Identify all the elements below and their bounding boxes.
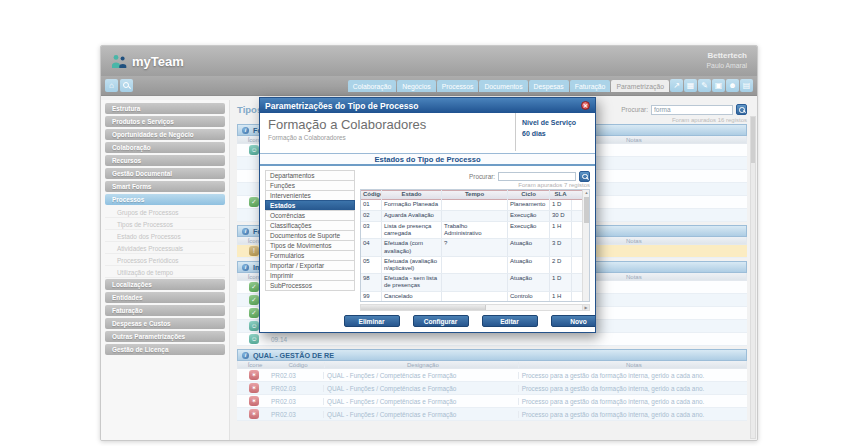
modal-title: Parametrizações do Tipo de Processo (265, 101, 418, 111)
scrollbar-thumb[interactable] (751, 117, 755, 163)
cell (441, 200, 507, 210)
estado-row[interactable]: 98Efetuada - sem lista de presençasAtuaç… (361, 274, 582, 291)
scrollbar-thumb[interactable] (361, 305, 486, 310)
sidebar-item-utiliza-o-de-tempo[interactable]: Utilização de tempo (105, 267, 225, 278)
estado-row[interactable]: 02Aguarda AvaliaçãoExecução30 D (361, 211, 582, 222)
cell-extra (571, 257, 582, 273)
process-icon: ! (249, 246, 259, 256)
table-row[interactable]: ✶PR02.03QUAL - Funções / Competências e … (237, 369, 747, 382)
sidebar-item-gest-o-de-licen-a[interactable]: Gestão de Licença (105, 344, 225, 355)
modal-title-bar[interactable]: Parametrizações do Tipo de Processo ✕ (260, 98, 595, 113)
row-designacao: QUAL - Funções / Competências e Formação (323, 398, 518, 405)
configurar-button[interactable]: Configurar (413, 315, 469, 327)
table-horizontal-scrollbar[interactable]: ▶ (360, 304, 590, 311)
table-row[interactable]: ✶PR02.03QUAL - Funções / Competências e … (237, 395, 747, 408)
info-icon: i (242, 264, 249, 271)
menu-item-subprocessos[interactable]: SubProcessos (265, 280, 355, 291)
process-type-section: iQUAL - GESTÃO DE REÍconeCódigoDesignaçã… (237, 349, 747, 421)
sidebar-item-entidades[interactable]: Entidades (105, 292, 225, 303)
trash-button[interactable]: ▤ (740, 79, 753, 92)
company-name: Bettertech (707, 51, 747, 61)
modal-search-go-button[interactable] (579, 171, 590, 182)
modal-buttons: EliminarConfigurarEditarNovo (360, 311, 590, 330)
estado-row[interactable]: 04Efetuada (com avaliação)?Atuação3 D (361, 239, 582, 256)
table-row[interactable]: ✶PR02.03QUAL - Funções / Competências e … (237, 408, 747, 421)
estado-row[interactable]: 03Lista de presença carregadaTrabalho Ad… (361, 222, 582, 239)
sidebar-item-processos-peri-dicos[interactable]: Processos Periódicos (105, 255, 225, 266)
sidebar-item-recursos[interactable]: Recursos (105, 155, 225, 166)
modal-search-input[interactable] (498, 172, 576, 181)
sidebar-item-estrutura[interactable]: Estrutura (105, 103, 225, 114)
tab-parametrização[interactable]: Parametrização (611, 80, 669, 92)
close-icon[interactable]: ✕ (581, 101, 590, 110)
process-icon: ✶ (249, 409, 259, 419)
account-info: Bettertech Paulo Amaral (707, 51, 747, 70)
cell: Cancelado (381, 292, 441, 302)
column-header-extra (571, 194, 582, 196)
sidebar-item-grupos-de-processos[interactable]: Grupos de Processos (105, 207, 225, 218)
calendar-button[interactable]: ▦ (684, 79, 697, 92)
section-title: QUAL - GESTÃO DE RE (253, 351, 334, 360)
tab-faturação[interactable]: Faturação (570, 80, 611, 92)
search-icon (122, 81, 131, 90)
modal-header: Formação a Colaboradores Formação a Cola… (260, 113, 595, 151)
search-button[interactable] (120, 79, 133, 92)
search-go-button[interactable] (736, 104, 747, 115)
main-vertical-scrollbar[interactable] (750, 116, 756, 439)
sidebar-item-colabora-o[interactable]: Colaboração (105, 142, 225, 153)
cell: 04 (361, 239, 381, 255)
user-button[interactable]: ☻ (726, 79, 739, 92)
tab-despesas[interactable]: Despesas (529, 80, 569, 92)
tab-documentos[interactable]: Documentos (479, 80, 527, 92)
sidebar-item-gest-o-documental[interactable]: Gestão Documental (105, 168, 225, 179)
page-search: Procurar: (621, 104, 747, 115)
cell: Aguarda Avaliação (381, 211, 441, 221)
table-row[interactable]: ✶PR02.03QUAL - Funções / Competências e … (237, 382, 747, 395)
cell: 1 D (549, 200, 571, 210)
estado-row[interactable]: 99CanceladoControlo1 H (361, 292, 582, 303)
section-header[interactable]: iQUAL - GESTÃO DE RE (237, 349, 747, 361)
table-vertical-scrollbar[interactable] (582, 190, 589, 301)
cell: 03 (361, 222, 381, 238)
editar-button[interactable]: Editar (482, 315, 538, 327)
sidebar-item-produtos-e-servi-os[interactable]: Produtos e Serviços (105, 116, 225, 127)
sidebar-item-outras-parametriza-es[interactable]: Outras Parametrizações (105, 331, 225, 342)
sidebar-item-fatura-o[interactable]: Faturação (105, 305, 225, 316)
sidebar-item-atividades-processuais[interactable]: Atividades Processuais (105, 243, 225, 254)
sidebar-item-oportunidades-de-neg-cio[interactable]: Oportunidades de Negócio (105, 129, 225, 140)
scrollbar-thumb[interactable] (584, 197, 589, 223)
user-name[interactable]: Paulo Amaral (707, 62, 747, 71)
sidebar-item-tipos-de-processos[interactable]: Tipos de Processos (105, 219, 225, 230)
sidebar-item-despesas-e-custos[interactable]: Despesas e Custos (105, 318, 225, 329)
sidebar-item-localiza-es[interactable]: Localizações (105, 279, 225, 290)
table-column-headers: ÍconeCódigoDesignaçãoNotas (237, 361, 747, 369)
tab-processos[interactable]: Processos (437, 80, 479, 92)
cell: 3 D (549, 239, 571, 255)
modal-search: Procurar: (360, 170, 590, 182)
cell: 1 D (549, 274, 571, 290)
eliminar-button[interactable]: Eliminar (344, 315, 400, 327)
cell: 30 D (549, 211, 571, 221)
table-row[interactable]: ☺09.14 (237, 333, 747, 346)
sidebar-item-processos[interactable]: Processos (105, 194, 225, 205)
novo-button[interactable]: Novo (551, 315, 596, 327)
tab-negócios[interactable]: Negócios (397, 80, 435, 92)
search-label: Procurar: (621, 106, 648, 113)
share-button[interactable]: ↗ (670, 79, 683, 92)
process-icon: ✓ (249, 282, 259, 292)
estado-row[interactable]: 05Efetuada (avaliação n/aplicável)Atuaçã… (361, 257, 582, 274)
cell: Atuação (507, 257, 549, 273)
cell: 98 (361, 274, 381, 290)
column-header-codigo: Código (272, 362, 324, 368)
sidebar-item-estado-dos-processos[interactable]: Estado dos Processos (105, 231, 225, 242)
estado-row[interactable]: 01Formação PlaneadaPlaneamento1 D (361, 200, 582, 211)
folder-button[interactable]: ▣ (712, 79, 725, 92)
sidebar-item-smart-forms[interactable]: Smart Forms (105, 181, 225, 192)
process-icon: ✓ (249, 197, 259, 207)
search-input[interactable] (651, 105, 733, 115)
home-button[interactable]: ⌂ (105, 79, 118, 92)
attachment-button[interactable]: ✎ (698, 79, 711, 92)
tab-colaboração[interactable]: Colaboração (348, 80, 397, 92)
scroll-right-arrow-icon[interactable]: ▶ (582, 305, 589, 310)
process-icon: ☺ (249, 334, 259, 344)
